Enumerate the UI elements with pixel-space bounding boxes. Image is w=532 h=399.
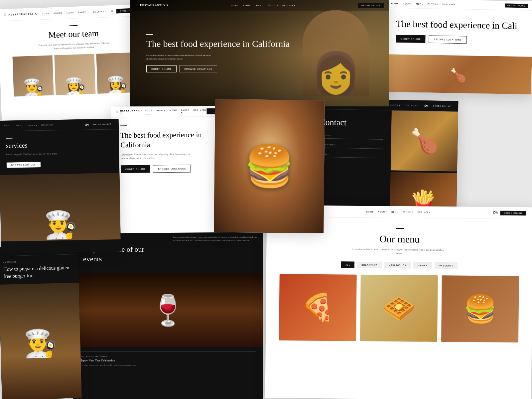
card4-divider: [6, 138, 12, 138]
chef-emoji: 👨‍🍳: [44, 209, 77, 241]
hero-logo-icon: 🍴: [135, 4, 139, 7]
card5-browse-button[interactable]: BROWSE LOCATIONS: [153, 165, 191, 173]
logo-icon: 🍴: [3, 13, 7, 16]
woman-emoji: 👩: [311, 50, 361, 96]
events-photo: 🍷: [73, 274, 263, 347]
message-label: Message: [319, 153, 383, 156]
tab-all[interactable]: ALL: [341, 262, 355, 268]
divider: [69, 25, 77, 26]
hero-order-button[interactable]: ORDER ONLINE: [358, 3, 384, 8]
card1-logo: 🍴 RESTAURANTLY X: [3, 12, 37, 17]
wine-emoji: 🍷: [149, 293, 187, 328]
card7-nav-right: 🛍 ORDER ONLINE: [424, 104, 454, 108]
tab-main[interactable]: MAIN DISHES: [384, 262, 410, 269]
woman-figure: 👩: [303, 10, 369, 96]
card7-order-btn[interactable]: ORDER ONLINE: [430, 104, 454, 108]
card3-browse-button[interactable]: BROWSE LOCATIONS: [429, 35, 467, 44]
card3-order-button[interactable]: ORDER ONLINE: [396, 35, 426, 43]
card-burger: 🍔: [214, 99, 325, 233]
cart-icon: 🛍: [111, 10, 114, 12]
event-item-1: Jan 1, 2023 3:00 PM – 5:00 PM Happy New …: [80, 351, 256, 370]
menu-title: Our menu: [280, 232, 519, 246]
card10-order-btn[interactable]: ORDER ONLINE: [500, 210, 526, 215]
card-blog: DELIVERY 🛍 ORDER ONLINE April 23, 2022 H…: [0, 245, 82, 399]
card3-headline: The best food experience in Cali: [396, 18, 523, 32]
hero-order-btn[interactable]: ORDER ONLINE: [146, 65, 177, 72]
waffle-emoji: 🧇: [382, 293, 416, 324]
blog-photo-emoji: 👨‍🍳: [23, 328, 57, 360]
card4-title: services: [6, 140, 112, 150]
tab-desserts[interactable]: DESSERTS: [435, 262, 458, 269]
hero-nav: HOME ABOUT MENU PAGES ▾ DELIVERY: [231, 4, 296, 7]
card-services: ABOUT MENU PAGES ▾ DELIVERY 🛍 ORDER ONLI…: [0, 119, 121, 254]
burger-emoji-menu: 🍔: [463, 293, 497, 325]
field-phone: Phone number: [319, 143, 383, 149]
hero-browse-btn[interactable]: BROWSE LOCATIONS: [179, 65, 217, 72]
events-right-body: Lorem ipsum dolor sit amet consectetur a…: [173, 235, 257, 242]
card4-nav-right: 🛍 ORDER ONLINE: [85, 122, 114, 127]
menu-food-1: 🍕: [279, 274, 357, 341]
card3-nav: HOME ABOUT MENU PAGES ▾ DELIVERY: [391, 2, 456, 6]
card1-nav: HOME ABOUT MENU PAGES ▾ DELIVERY: [42, 10, 107, 15]
event-title: Happy New Year Celebration: [80, 359, 256, 362]
chef-photo: 👨‍🍳: [0, 173, 121, 241]
food-photo-top: 🍗: [391, 110, 458, 171]
card10-nav-right: 🛍 ORDER ONLINE: [493, 210, 526, 216]
burger-emoji: 🍔: [244, 143, 294, 190]
blog-date: April 23, 2022: [3, 259, 73, 263]
browse-services-button[interactable]: BROWSE SERVICES: [6, 162, 41, 168]
card5-logo-icon: 🍴: [115, 111, 119, 113]
card5-buttons: ORDER ONLINE BROWSE LOCATIONS: [121, 164, 225, 173]
card4-order-btn[interactable]: ORDER ONLINE: [91, 122, 114, 126]
hero-body: Lorem ipsum dolor sit amet, consectetur …: [146, 53, 213, 61]
hero-background: 🍴 RESTAURANTLY X HOME ABOUT MENU PAGES ▾…: [130, 0, 389, 106]
field-fullname: Full name: [319, 134, 383, 140]
hero-logo: 🍴 RESTAURANTLY X: [135, 4, 169, 7]
blog-title: How to prepare a delicous gluten-free bu…: [3, 264, 74, 280]
hero-divider: [146, 34, 153, 35]
card5-body: Lorem ipsum dolor sit amet, consectetur …: [121, 153, 197, 161]
card4-body: Lorem tempus id. Tincidunt auctor nec at…: [6, 152, 66, 157]
event-meta: Jan 1, 2023 3:00 PM – 5:00 PM: [80, 355, 256, 357]
hero-navbar: 🍴 RESTAURANTLY X HOME ABOUT MENU PAGES ▾…: [130, 0, 389, 11]
card3-buttons: ORDER ONLINE BROWSE LOCATIONS: [396, 35, 522, 45]
menu-food-2: 🧇: [360, 275, 438, 342]
card3-order-btn[interactable]: ORDER ONLINE: [505, 3, 528, 8]
team-photos: 👨‍🍳 👩‍🍳 👩‍🍳: [6, 52, 144, 97]
menu-divider: [395, 228, 404, 229]
card3-food-image: 🍗: [385, 54, 532, 94]
hero-buttons: ORDER ONLINE BROWSE LOCATIONS: [146, 65, 290, 72]
blog-photo: 👨‍🍳: [0, 283, 82, 399]
card5-headline: The best food experience in California: [120, 130, 225, 150]
tab-drinks[interactable]: DRINKS: [413, 262, 432, 269]
card5-order-button[interactable]: ORDER ONLINE: [121, 165, 151, 173]
menu-food-3: 🍔: [441, 275, 519, 342]
event-body: Tincidunt autem quam interdum velit volu…: [80, 363, 256, 367]
fullname-label: Full name: [320, 134, 383, 137]
hero-headline: The best food experience in California: [146, 38, 290, 50]
card3-content: The best food experience in Cali ORDER O…: [386, 8, 532, 57]
contact-title: Contact: [320, 117, 383, 128]
phone-label: Phone number: [319, 143, 383, 147]
team-body: Duis aute irure dolor in reprehenderit i…: [37, 41, 111, 51]
menu-body: Our menu Lorem ipsum dolor sit amet cons…: [266, 217, 532, 353]
chef-figure-1: 👨‍🍳: [13, 56, 54, 97]
pizza-emoji: 🍕: [301, 292, 334, 324]
event-list: Jan 1, 2023 3:00 PM – 5:00 PM Happy New …: [73, 347, 263, 375]
card7-cart: 🛍: [424, 104, 428, 108]
team-title: Meet our team: [5, 27, 142, 42]
events-right: Lorem ipsum dolor sit amet consectetur a…: [168, 230, 263, 274]
burger-background: 🍔: [214, 99, 325, 233]
team-photo-1: 👨‍🍳: [13, 56, 54, 97]
hero-content: The best food experience in California L…: [146, 34, 290, 72]
card4-nav-links: ABOUT MENU PAGES ▾ DELIVERY: [4, 124, 54, 127]
card-hero-main: 🍴 RESTAURANTLY X HOME ABOUT MENU PAGES ▾…: [130, 0, 389, 106]
tab-breakfast[interactable]: BREAKFAST: [357, 262, 381, 268]
card-hero-partial: HOME ABOUT MENU PAGES ▾ DELIVERY ORDER O…: [385, 0, 532, 94]
menu-tabs: ALL BREAKFAST MAIN DISHES DRINKS DESSERT…: [280, 261, 519, 269]
menu-body-text: Lorem ipsum dolor sit amet consectetur a…: [349, 248, 449, 256]
card8-content: April 23, 2022 How to prepare a delicous…: [0, 254, 79, 285]
card-menu: 🍴 RESTAURANTLY X HOME ABOUT MENU PAGES ▾…: [265, 205, 532, 399]
card5-divider: [120, 125, 127, 126]
menu-food-photos: 🍕 🧇 🍔: [279, 274, 519, 342]
